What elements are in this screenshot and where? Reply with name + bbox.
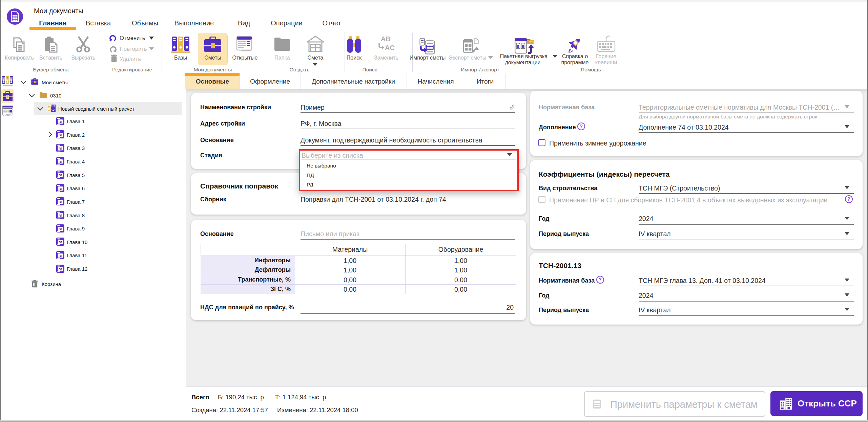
svg-text:AB: AB [381, 35, 391, 43]
svg-text:AC: AC [385, 44, 395, 51]
svg-text:гл: гл [59, 186, 62, 190]
svg-text:гл: гл [59, 146, 62, 150]
svg-text:гл: гл [59, 226, 62, 230]
svg-text:гл: гл [59, 159, 62, 163]
svg-text:гл: гл [59, 253, 62, 257]
svg-text:гл: гл [59, 240, 62, 244]
svg-text:гл: гл [59, 133, 62, 137]
svg-text:гл: гл [59, 267, 62, 271]
svg-text:гл: гл [59, 200, 62, 204]
svg-text:гл: гл [59, 213, 62, 217]
svg-text:гл: гл [59, 119, 62, 123]
svg-text:гл: гл [59, 173, 62, 177]
